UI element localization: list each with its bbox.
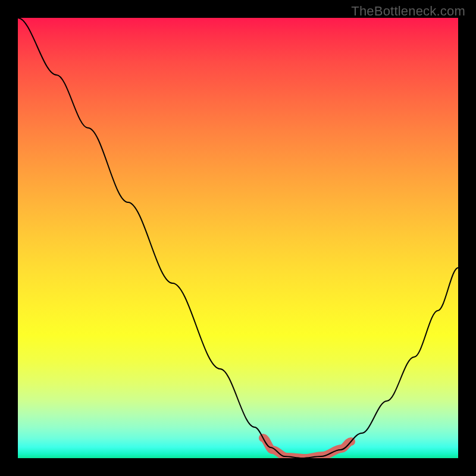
bottleneck-curve [18, 18, 458, 458]
watermark-text: TheBottleneck.com [351, 4, 465, 19]
chart-svg [18, 18, 458, 458]
highlight-optimal-range [263, 438, 351, 458]
chart-plot-area [18, 18, 458, 458]
